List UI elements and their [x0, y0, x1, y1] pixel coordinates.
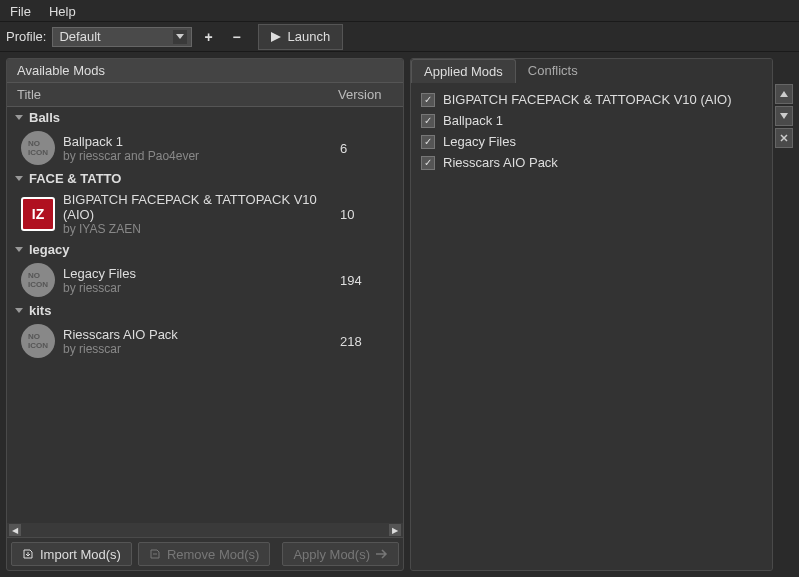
add-profile-button[interactable]: +	[196, 27, 220, 47]
arrow-right-icon	[376, 549, 388, 559]
expander-icon	[15, 308, 23, 313]
remove-label: Remove Mod(s)	[167, 547, 259, 562]
expander-icon	[15, 247, 23, 252]
menu-file[interactable]: File	[10, 4, 31, 17]
play-icon	[271, 32, 281, 42]
no-icon: NOICON	[21, 263, 55, 297]
menu-help[interactable]: Help	[49, 4, 76, 17]
remove-profile-button[interactable]: −	[224, 27, 248, 47]
tab-bar: Applied Mods Conflicts	[411, 59, 772, 83]
mod-row[interactable]: NOICON Ballpack 1 by riesscar and Pao4ev…	[7, 128, 403, 168]
import-icon	[22, 548, 34, 560]
launch-button[interactable]: Launch	[258, 24, 343, 50]
applied-item[interactable]: ✓ Ballpack 1	[421, 110, 762, 131]
group-label: kits	[29, 303, 51, 318]
checkbox-icon[interactable]: ✓	[421, 156, 435, 170]
mod-title: Riesscars AIO Pack	[63, 327, 332, 342]
column-version[interactable]: Version	[338, 87, 393, 102]
group-legacy[interactable]: legacy	[7, 239, 403, 260]
group-balls[interactable]: Balls	[7, 107, 403, 128]
mod-version: 218	[340, 334, 395, 349]
profile-label: Profile:	[6, 29, 46, 44]
mod-title: Ballpack 1	[63, 134, 332, 149]
applied-label: Riesscars AIO Pack	[443, 155, 558, 170]
mod-author: by IYAS ZAEN	[63, 222, 332, 236]
column-title[interactable]: Title	[17, 87, 338, 102]
launch-label: Launch	[287, 29, 330, 44]
profile-value: Default	[59, 29, 100, 44]
expander-icon	[15, 176, 23, 181]
mod-author: by riesscar	[63, 342, 332, 356]
applied-item[interactable]: ✓ BIGPATCH FACEPACK & TATTOPACK V10 (AIO…	[421, 89, 762, 110]
group-kits[interactable]: kits	[7, 300, 403, 321]
toolbar: Profile: Default + − Launch	[0, 22, 799, 52]
menubar: File Help	[0, 0, 799, 22]
mod-row[interactable]: NOICON Riesscars AIO Pack by riesscar 21…	[7, 321, 403, 361]
applied-item[interactable]: ✓ Legacy Files	[421, 131, 762, 152]
tab-conflicts[interactable]: Conflicts	[516, 59, 590, 83]
applied-mods-panel: Applied Mods Conflicts ✓ BIGPATCH FACEPA…	[410, 58, 773, 571]
mod-row[interactable]: NOICON Legacy Files by riesscar 194	[7, 260, 403, 300]
mod-title: BIGPATCH FACEPACK & TATTOPACK V10 (AIO)	[63, 192, 332, 222]
scroll-left-icon[interactable]: ◀	[9, 524, 21, 536]
bottom-toolbar: Import Mod(s) Remove Mod(s) Apply Mod(s)	[7, 537, 403, 570]
mod-version: 6	[340, 141, 395, 156]
tab-applied-mods[interactable]: Applied Mods	[411, 59, 516, 83]
import-mods-button[interactable]: Import Mod(s)	[11, 542, 132, 566]
no-icon: NOICON	[21, 324, 55, 358]
group-label: legacy	[29, 242, 69, 257]
expander-icon	[15, 115, 23, 120]
chevron-down-icon	[173, 30, 187, 44]
iz-icon: IZ	[21, 197, 55, 231]
mod-author: by riesscar and Pao4ever	[63, 149, 332, 163]
available-mods-panel: Available Mods Title Version Balls NOICO…	[6, 58, 404, 571]
remove-mods-button[interactable]: Remove Mod(s)	[138, 542, 270, 566]
main-area: Available Mods Title Version Balls NOICO…	[0, 52, 799, 577]
mod-version: 194	[340, 273, 395, 288]
group-label: Balls	[29, 110, 60, 125]
mod-version: 10	[340, 207, 395, 222]
remove-applied-button[interactable]	[775, 128, 793, 148]
no-icon: NOICON	[21, 131, 55, 165]
move-down-button[interactable]	[775, 106, 793, 126]
mod-title: Legacy Files	[63, 266, 332, 281]
available-mods-header: Available Mods	[7, 59, 403, 83]
remove-icon	[149, 548, 161, 560]
mod-tree[interactable]: Balls NOICON Ballpack 1 by riesscar and …	[7, 107, 403, 523]
applied-list[interactable]: ✓ BIGPATCH FACEPACK & TATTOPACK V10 (AIO…	[411, 83, 772, 570]
mod-author: by riesscar	[63, 281, 332, 295]
group-label: FACE & TATTO	[29, 171, 121, 186]
horizontal-scrollbar[interactable]: ◀ ▶	[7, 523, 403, 537]
checkbox-icon[interactable]: ✓	[421, 93, 435, 107]
applied-label: Ballpack 1	[443, 113, 503, 128]
column-header: Title Version	[7, 83, 403, 107]
applied-label: BIGPATCH FACEPACK & TATTOPACK V10 (AIO)	[443, 92, 731, 107]
checkbox-icon[interactable]: ✓	[421, 135, 435, 149]
import-label: Import Mod(s)	[40, 547, 121, 562]
apply-label: Apply Mod(s)	[293, 547, 370, 562]
scroll-right-icon[interactable]: ▶	[389, 524, 401, 536]
profile-dropdown[interactable]: Default	[52, 27, 192, 47]
move-up-button[interactable]	[775, 84, 793, 104]
side-buttons	[775, 58, 793, 571]
checkbox-icon[interactable]: ✓	[421, 114, 435, 128]
group-face-tatto[interactable]: FACE & TATTO	[7, 168, 403, 189]
applied-item[interactable]: ✓ Riesscars AIO Pack	[421, 152, 762, 173]
apply-mods-button[interactable]: Apply Mod(s)	[282, 542, 399, 566]
mod-row[interactable]: IZ BIGPATCH FACEPACK & TATTOPACK V10 (AI…	[7, 189, 403, 239]
applied-label: Legacy Files	[443, 134, 516, 149]
